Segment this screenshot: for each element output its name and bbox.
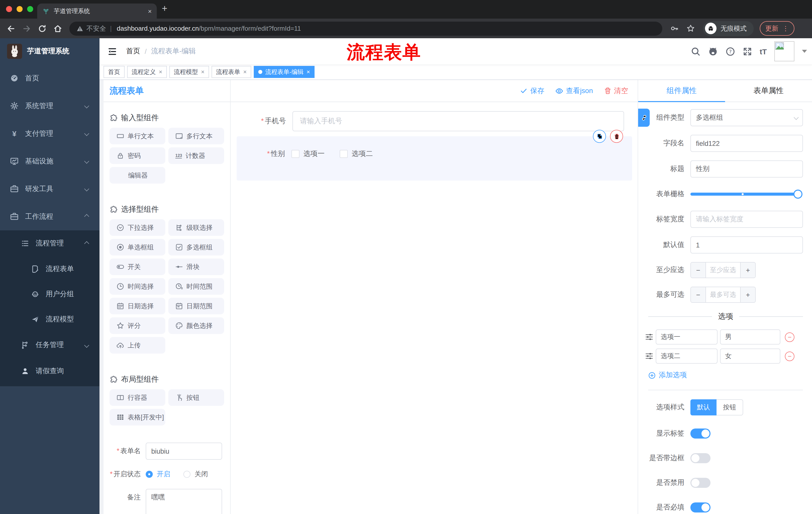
option-style-segmented[interactable]: 默认 按钮 (690, 399, 743, 415)
option-value-input[interactable]: 男 (720, 329, 780, 345)
gender-option-2[interactable]: 选项二 (340, 150, 373, 158)
forward-icon[interactable] (22, 24, 31, 33)
radio-label[interactable]: 开启 (157, 470, 170, 479)
password-key-icon[interactable] (670, 24, 679, 33)
sidebar-item-leave-query[interactable]: 请假查询 (0, 358, 99, 384)
tag-label[interactable]: 流程表单-编辑 (265, 67, 303, 76)
remove-option-button[interactable]: − (785, 351, 794, 361)
avatar-caret-icon[interactable] (802, 50, 807, 53)
palette-item-editor[interactable]: 编辑器 (110, 167, 165, 184)
reload-icon[interactable] (38, 24, 47, 33)
url-path[interactable]: /bpm/manager/form/edit?formId=11 (199, 25, 301, 32)
tag-label[interactable]: 流程定义 (132, 67, 156, 76)
avatar[interactable] (774, 41, 794, 61)
style-button-button[interactable]: 按钮 (717, 399, 743, 415)
sidebar-item-pay[interactable]: ¥ 支付管理 (0, 120, 99, 147)
tab-close-icon[interactable]: × (148, 7, 152, 15)
canvas-field-gender[interactable]: *性别 选项一 选项二 (237, 136, 632, 158)
checkbox-label[interactable]: 选项一 (303, 150, 325, 158)
slider-track[interactable] (690, 193, 799, 196)
label-width-input[interactable]: 请输入标签宽度 (690, 211, 803, 228)
title-input[interactable]: 性别 (690, 160, 803, 178)
checkbox-unchecked-icon[interactable] (340, 150, 348, 158)
back-icon[interactable] (6, 24, 16, 33)
add-option-label[interactable]: 添加选项 (659, 371, 687, 380)
fullscreen-icon[interactable] (743, 47, 752, 56)
github-icon[interactable] (708, 46, 718, 56)
tag-process-form[interactable]: 流程表单 × (211, 66, 251, 78)
tag-close-icon[interactable]: × (307, 69, 310, 76)
radio-label[interactable]: 关闭 (195, 470, 208, 479)
max-select-stepper[interactable]: − 最多可选 + (690, 287, 756, 303)
status-radio-off[interactable]: 关闭 (183, 470, 208, 479)
palette-item-time-picker[interactable]: 时间选择 (110, 278, 165, 295)
stepper-value[interactable]: 最多可选 (706, 287, 740, 302)
add-option-button[interactable]: 添加选项 (648, 371, 812, 380)
checkbox-label[interactable]: 选项二 (352, 150, 373, 158)
required-toggle[interactable] (690, 503, 710, 513)
palette-item-textarea[interactable]: 多行文本 (168, 128, 224, 144)
home-icon[interactable] (53, 24, 62, 33)
save-button[interactable]: 保存 (520, 86, 545, 95)
sidebar-item-process-mgmt[interactable]: 流程管理 (0, 231, 99, 256)
security-label[interactable]: 不安全 (86, 24, 106, 33)
tag-close-icon[interactable]: × (201, 69, 204, 76)
tag-label[interactable]: 流程表单 (216, 67, 240, 76)
copy-component-button[interactable] (593, 130, 606, 143)
sidebar-item-devtools[interactable]: 研发工具 (0, 175, 99, 203)
question-icon[interactable]: ? (726, 47, 735, 56)
url-host[interactable]: dashboard.yudao.iocoder.cn (117, 25, 199, 32)
form-grid-slider[interactable] (690, 186, 799, 202)
show-label-toggle[interactable] (690, 429, 710, 438)
default-value-input[interactable]: 1 (690, 236, 803, 253)
new-tab-button[interactable]: + (162, 3, 167, 14)
font-size-icon[interactable]: tT (760, 47, 767, 56)
not-secure-warning-icon[interactable] (76, 25, 83, 32)
phone-input[interactable]: 请输入手机号 (292, 111, 624, 131)
palette-item-date-picker[interactable]: 日期选择 (110, 298, 165, 314)
drag-handle-icon[interactable] (645, 333, 653, 341)
stepper-decrease-icon[interactable]: − (691, 263, 706, 278)
palette-item-button[interactable]: 按钮 (168, 389, 224, 406)
tag-close-icon[interactable]: × (243, 69, 247, 76)
form-remark-textarea[interactable]: 嘿嘿 (146, 489, 222, 514)
canvas-selected-component[interactable]: *性别 选项一 选项二 (237, 136, 632, 181)
style-default-button[interactable]: 默认 (690, 399, 717, 415)
checkbox-unchecked-icon[interactable] (291, 150, 299, 158)
tag-process-form-edit[interactable]: 流程表单-编辑 × (254, 66, 315, 78)
delete-component-button[interactable] (610, 130, 623, 143)
sidebar-item-task-mgmt[interactable]: 任务管理 (0, 332, 99, 358)
stepper-decrease-icon[interactable]: − (691, 287, 706, 302)
sidebar-fold-icon[interactable] (108, 47, 117, 56)
status-radio-on[interactable]: 开启 (146, 470, 170, 479)
search-icon[interactable] (691, 47, 700, 56)
palette-item-time-range[interactable]: 时间范围 (168, 278, 224, 295)
component-type-select[interactable]: 多选框组 (690, 109, 803, 126)
slider-handle[interactable] (793, 190, 803, 199)
border-toggle[interactable] (690, 453, 710, 463)
clear-button[interactable]: 清空 (604, 86, 628, 95)
window-controls[interactable] (6, 6, 33, 12)
update-label[interactable]: 更新 (765, 24, 778, 33)
browser-tab[interactable]: 芋道管理系统 × (37, 3, 157, 19)
stepper-increase-icon[interactable]: + (740, 287, 755, 302)
canvas-field-phone[interactable]: *手机号 请输入手机号 (236, 111, 638, 131)
tab-component-props[interactable]: 组件属性 (638, 80, 725, 102)
tag-home[interactable]: 首页 (104, 66, 125, 78)
browser-menu-icon[interactable]: ⋮ (782, 25, 789, 32)
bookmark-star-icon[interactable] (686, 24, 695, 33)
tag-process-definition[interactable]: 流程定义 × (127, 66, 167, 78)
palette-item-rate[interactable]: 评分 (110, 317, 165, 334)
palette-item-counter[interactable]: 123 计数器 (168, 147, 224, 164)
tag-close-icon[interactable]: × (159, 69, 162, 76)
disabled-toggle[interactable] (690, 478, 710, 488)
sidebar-item-workflow[interactable]: 工作流程 (0, 203, 99, 231)
stepper-value[interactable]: 至少应选 (706, 263, 740, 278)
palette-item-single-text[interactable]: 单行文本 (110, 128, 165, 144)
palette-item-switch[interactable]: 开关 (110, 259, 165, 275)
option-name-input[interactable]: 选项二 (656, 349, 718, 363)
gender-option-1[interactable]: 选项一 (291, 150, 325, 158)
palette-item-upload[interactable]: 上传 (110, 337, 165, 354)
close-window-button[interactable] (6, 6, 12, 12)
sidebar-item-infra[interactable]: 基础设施 (0, 147, 99, 175)
